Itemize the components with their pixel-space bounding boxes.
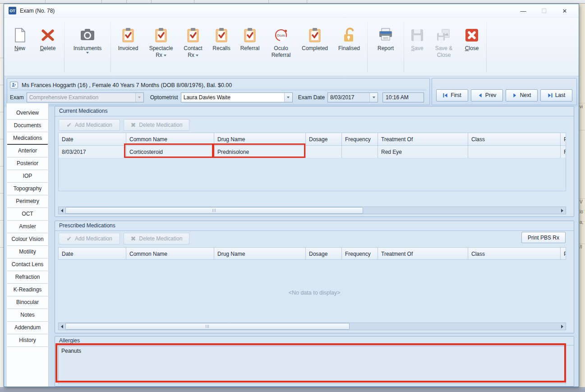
sidebar-item-k-readings[interactable]: K-Readings — [7, 284, 48, 296]
toolbar-separator — [64, 21, 64, 72]
toolbar-separator — [367, 21, 368, 72]
scroll-right-icon[interactable] — [559, 207, 566, 214]
horizontal-scrollbar[interactable] — [58, 207, 566, 214]
sidebar-item-anterior[interactable]: Anterior — [7, 145, 48, 157]
last-record-button[interactable]: Last — [540, 89, 572, 101]
check-icon: ✔ — [66, 235, 72, 242]
toolbar-separator — [486, 21, 487, 72]
sidebar-item-overview[interactable]: Overview — [7, 107, 48, 120]
delete-button[interactable]: Delete — [33, 18, 63, 76]
x-icon: ✖ — [131, 235, 136, 242]
dropdown-caret-icon — [86, 52, 89, 54]
sidebar-item-colour-vision[interactable]: Colour Vision — [7, 233, 48, 246]
column-header: Frequency — [342, 248, 378, 260]
sidebar-item-iop[interactable]: IOP — [7, 170, 48, 183]
record-navigation: First Prev Next Last — [432, 78, 577, 105]
cell-dosage — [306, 146, 342, 158]
sidebar-item-addendum[interactable]: Addendum — [7, 322, 48, 334]
sidebar-item-motility[interactable]: Motility — [7, 246, 48, 258]
save-floppy-icon — [410, 25, 425, 45]
column-header: Frequency — [342, 133, 378, 145]
spectacle-rx-button[interactable]: Spectacle Rx — [144, 18, 178, 76]
cell-common-name: Corticosteroid — [126, 146, 214, 158]
completed-button[interactable]: Completed — [297, 18, 332, 76]
sidebar-item-documents[interactable]: Documents — [7, 120, 48, 132]
column-header: Common Name — [126, 133, 214, 145]
sidebar-item-perimetry[interactable]: Perimetry — [7, 195, 48, 208]
exam-type-select: Comprehensive Examination — [27, 92, 144, 102]
minimize-button[interactable]: — — [513, 4, 534, 18]
prev-record-button[interactable]: Prev — [471, 89, 503, 101]
optometrist-select[interactable]: Laura Davies Waite — [181, 92, 293, 102]
prescribed-medications-table[interactable]: Date Common Name Drug Name Dosage Freque… — [58, 247, 566, 260]
scroll-right-icon[interactable] — [559, 323, 566, 330]
contact-rx-button[interactable]: Contact Rx — [178, 18, 208, 76]
sidebar-item-history[interactable]: History — [7, 334, 48, 347]
toolbar-separator — [404, 21, 404, 72]
sidebar-item-notes[interactable]: Notes — [7, 309, 48, 322]
exam-date-label: Exam Date — [298, 94, 325, 101]
sidebar-item-oct[interactable]: OCT — [7, 208, 48, 221]
camera-icon — [79, 25, 96, 45]
sidebar-item-contact-lens[interactable]: Contact Lens — [7, 258, 48, 271]
scroll-left-icon[interactable] — [59, 323, 65, 330]
app-icon: OT — [9, 7, 16, 14]
finalised-button[interactable]: Finalised — [332, 18, 366, 76]
column-header: Treatment Of — [378, 248, 468, 260]
patient-summary: Ms Frances Hoggarth (16) , Female 40 Yea… — [22, 82, 232, 88]
first-record-button[interactable]: First — [436, 89, 468, 101]
background-window-top — [0, 0, 585, 4]
column-header: PBS — [561, 133, 566, 145]
sidebar-item-amsler[interactable]: Amsler — [7, 221, 48, 233]
invoiced-button[interactable]: Invoiced — [112, 18, 144, 76]
sidebar-item-medications[interactable]: Medications — [7, 132, 48, 145]
bg-text-fragment: io — [580, 209, 583, 214]
title-bar[interactable]: OT Exam (No. 78) — ☐ ✕ — [4, 4, 579, 18]
prev-icon — [478, 93, 483, 98]
close-button[interactable]: Close — [459, 18, 485, 76]
sidebar-item-refraction[interactable]: Refraction — [7, 271, 48, 284]
dropdown-caret-icon — [196, 55, 198, 56]
current-medications-table[interactable]: Date Common Name Drug Name Dosage Freque… — [58, 133, 566, 191]
exam-label: Exam — [10, 94, 24, 101]
recalls-button[interactable]: Recalls — [208, 18, 235, 76]
background-window-left — [0, 4, 4, 387]
column-header: Drug Name — [214, 248, 306, 260]
chevron-down-icon[interactable] — [369, 93, 378, 102]
report-button[interactable]: Report — [369, 18, 402, 76]
scrollbar-thumb[interactable] — [65, 323, 350, 330]
next-record-button[interactable]: Next — [506, 89, 538, 101]
next-icon — [512, 93, 517, 98]
cell-treatment-of: Red Eye — [378, 146, 468, 158]
close-window-button[interactable]: ✕ — [554, 4, 575, 18]
oculo-referral-button[interactable]: Oculo Oculo Referral — [265, 18, 297, 76]
oculo-icon: Oculo — [273, 25, 289, 45]
scrollbar-thumb[interactable] — [65, 207, 363, 214]
sidebar-item-posterior[interactable]: Posterior — [7, 157, 48, 170]
screen: vi V io a, /I OT Exam (No. 78) — ☐ ✕ New — [0, 0, 585, 392]
no-data-message: <No data to display> — [55, 290, 574, 296]
toolbar-separator — [111, 21, 111, 72]
column-header: Dosage — [306, 133, 342, 145]
exam-date-select[interactable]: 8/03/2017 — [327, 92, 378, 102]
column-header: Dosage — [306, 248, 342, 260]
new-button[interactable]: New — [7, 18, 33, 76]
table-row[interactable]: 8/03/2017 Corticosteroid Prednisolone Re… — [59, 146, 566, 158]
sidebar-item-topography[interactable]: Topography — [7, 183, 48, 195]
chevron-down-icon[interactable] — [284, 93, 292, 102]
scroll-left-icon[interactable] — [59, 207, 65, 214]
sidebar-item-binocular[interactable]: Binocular — [7, 296, 48, 309]
print-pbs-rx-button[interactable]: Print PBS Rx — [521, 232, 566, 243]
exam-time-field[interactable]: 10:16 AM — [382, 92, 424, 102]
cell-pbs: False — [561, 146, 566, 158]
instruments-button[interactable]: Instruments — [66, 18, 109, 76]
check-icon: ✔ — [66, 121, 72, 129]
first-icon — [443, 93, 448, 98]
padlock-open-icon — [341, 25, 357, 45]
horizontal-scrollbar[interactable] — [58, 323, 566, 330]
allergies-group: Allergies Peanuts — [55, 336, 574, 387]
allergies-textarea[interactable]: Peanuts — [58, 346, 566, 384]
referral-button[interactable]: Referral — [235, 18, 265, 76]
exam-sidebar: Overview Documents Medications Anterior … — [7, 103, 49, 387]
delete-medication-button: ✖ Delete Medication — [124, 119, 189, 131]
